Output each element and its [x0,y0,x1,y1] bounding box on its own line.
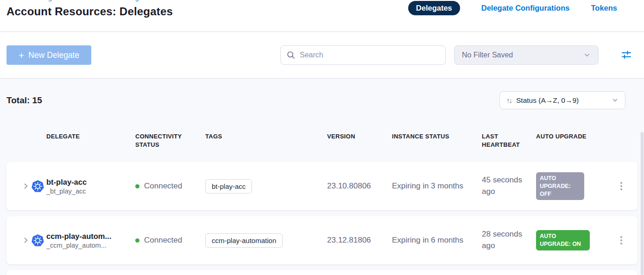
expand-chevron-icon[interactable] [21,181,31,191]
sort-value: Status (A→Z, 0→9) [516,96,607,105]
col-header-delegate: DELEGATE [46,132,135,149]
col-header-tags: TAGS [205,132,327,149]
table-row[interactable]: ccm-play-autom... _ccm_play_autom... Con… [6,216,638,264]
row-menu-button[interactable] [618,233,625,247]
expand-chevron-icon[interactable] [21,236,31,245]
search-icon [286,50,296,60]
tab-delegates[interactable]: Delegates [408,1,460,15]
col-header-instance-status: INSTANCE STATUS [392,132,482,149]
chevron-down-icon [583,51,591,59]
col-header-last-heartbeat: LAST HEARTBEAT [482,132,536,149]
last-heartbeat: 45 seconds ago [482,175,536,197]
new-delegate-button[interactable]: + New Delegate [6,45,91,65]
delegate-id: _bt_play_acc [46,188,135,195]
content-area: Total: 15 ↑↓ Status (A→Z, 0→9) DELEGATE … [0,79,644,275]
connectivity-status: Connected [144,236,182,245]
summary-row: Total: 15 ↑↓ Status (A→Z, 0→9) [0,91,644,109]
instance-status: Expiring in 6 months [392,236,482,245]
tab-bar: Delegates Delegate Configurations Tokens [408,1,617,15]
total-count: Total: 15 [6,95,42,106]
toolbar: + New Delegate No Filter Saved [0,32,644,79]
col-header-auto-upgrade: AUTO UPGRADE [536,132,605,149]
tab-tokens[interactable]: Tokens [591,4,617,12]
scrollbar-thumb[interactable] [641,132,644,275]
delegate-id: _ccm_play_autom... [46,242,135,249]
search-input[interactable] [300,51,440,59]
connected-status-dot [135,184,139,188]
new-delegate-label: New Delegate [28,50,79,60]
delegate-name[interactable]: ccm-play-autom... [46,232,135,241]
table-row-partial[interactable] [6,270,638,275]
page-header: Account Settings / Account Resources / D… [0,0,644,32]
row-menu-button[interactable] [618,179,625,193]
col-header-connectivity-status: CONNECTIVITY STATUS [135,132,205,149]
sliders-icon [621,50,632,61]
tag-chip: ccm-play-automation [205,233,283,248]
connected-status-dot [135,238,139,243]
col-header-version: VERSION [327,132,392,149]
auto-upgrade-badge: AUTO UPGRADE: ON [536,230,590,250]
saved-filter-value: No Filter Saved [462,51,513,59]
instance-status: Expiring in 3 months [392,181,482,191]
plus-icon: + [19,50,24,60]
tab-delegate-configurations[interactable]: Delegate Configurations [481,4,570,12]
filter-settings-button[interactable] [621,50,632,61]
saved-filter-dropdown[interactable]: No Filter Saved [454,45,599,65]
delegate-name[interactable]: bt-play-acc [46,178,135,187]
sort-arrows-icon: ↑↓ [506,96,511,104]
table-row[interactable]: bt-play-acc _bt_play_acc Connected bt-pl… [6,162,638,210]
search-box [280,45,446,65]
delegate-version: 23.10.80806 [327,181,392,191]
sort-dropdown[interactable]: ↑↓ Status (A→Z, 0→9) [499,91,625,109]
last-heartbeat: 28 seconds ago [482,229,536,251]
auto-upgrade-badge: AUTO UPGRADE: OFF [536,172,584,200]
kubernetes-icon [32,180,44,193]
connectivity-status: Connected [144,181,182,191]
table-header-row: DELEGATE CONNECTIVITY STATUS TAGS VERSIO… [6,132,638,149]
chevron-down-icon [612,97,619,104]
kubernetes-icon [32,234,44,247]
vertical-scrollbar[interactable] [640,132,644,275]
tag-chip: bt-play-acc [205,179,252,194]
delegate-version: 23.12.81806 [327,236,392,245]
delegate-list: bt-play-acc _bt_play_acc Connected bt-pl… [0,162,644,264]
